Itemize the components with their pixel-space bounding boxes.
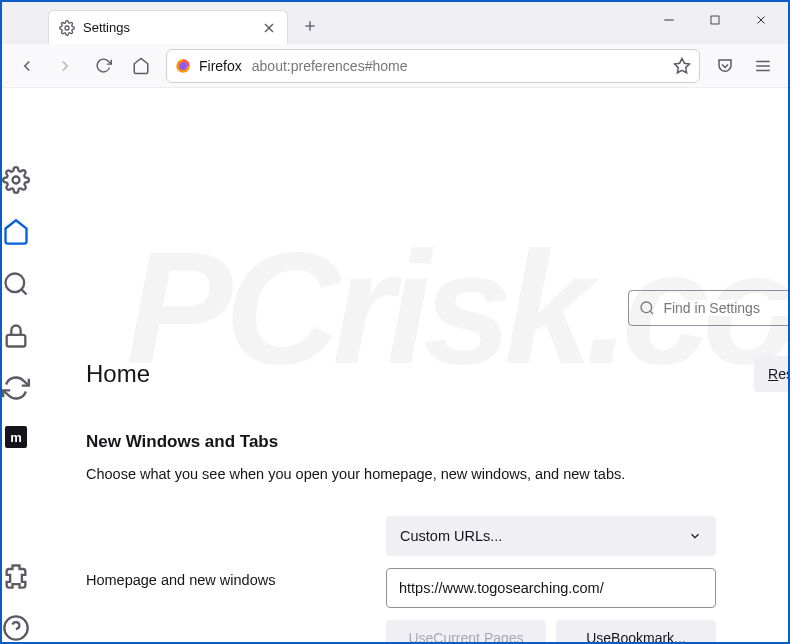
homepage-label: Homepage and new windows <box>86 572 386 588</box>
search-icon <box>639 300 655 316</box>
maximize-button[interactable] <box>692 2 738 38</box>
sidebar-home[interactable] <box>2 218 30 246</box>
close-tab-icon[interactable] <box>261 20 277 36</box>
menu-button[interactable] <box>746 49 780 83</box>
forward-button[interactable] <box>48 49 82 83</box>
svg-line-22 <box>650 311 653 314</box>
page-title: Home <box>86 360 150 388</box>
content-area: m PCrisk.com Home Restore Defaults New W… <box>2 88 788 642</box>
toolbar: Firefox about:preferences#home <box>2 44 788 88</box>
home-button[interactable] <box>124 49 158 83</box>
section-new-windows-desc: Choose what you see when you open your h… <box>86 464 790 484</box>
browser-tab[interactable]: Settings <box>48 10 288 44</box>
close-window-button[interactable] <box>738 2 784 38</box>
sidebar-extensions[interactable] <box>2 562 30 590</box>
homepage-select[interactable]: Custom URLs... <box>386 516 716 556</box>
sidebar-more[interactable]: m <box>5 426 27 448</box>
reload-button[interactable] <box>86 49 120 83</box>
url-text: about:preferences#home <box>252 58 408 74</box>
homepage-select-value: Custom URLs... <box>400 528 502 544</box>
chevron-down-icon <box>688 529 702 543</box>
back-button[interactable] <box>10 49 44 83</box>
sidebar-help[interactable] <box>2 614 30 642</box>
svg-point-10 <box>179 62 187 70</box>
svg-rect-6 <box>711 16 719 24</box>
url-bar[interactable]: Firefox about:preferences#home <box>166 49 700 83</box>
bookmark-star-icon[interactable] <box>673 57 691 75</box>
svg-point-0 <box>65 26 69 30</box>
svg-point-16 <box>6 274 25 293</box>
sidebar-privacy[interactable] <box>2 322 30 350</box>
sidebar: m <box>2 88 30 642</box>
minimize-button[interactable] <box>646 2 692 38</box>
gear-icon <box>59 20 75 36</box>
svg-point-15 <box>13 177 20 184</box>
titlebar: Settings <box>2 2 788 44</box>
sidebar-sync[interactable] <box>2 374 30 402</box>
firefox-icon <box>175 58 191 74</box>
sidebar-general[interactable] <box>2 166 30 194</box>
main-content: PCrisk.com Home Restore Defaults New Win… <box>30 88 790 642</box>
url-context: Firefox <box>199 58 242 74</box>
settings-search[interactable] <box>628 290 790 326</box>
use-bookmark-button[interactable]: Use Bookmark... <box>556 620 716 644</box>
window-controls <box>646 2 784 38</box>
pocket-button[interactable] <box>708 49 742 83</box>
use-current-pages-button[interactable]: Use Current Pages <box>386 620 546 644</box>
sidebar-search[interactable] <box>2 270 30 298</box>
svg-rect-18 <box>7 335 26 347</box>
new-tab-button[interactable] <box>296 12 324 40</box>
restore-defaults-button[interactable]: Restore Defaults <box>754 356 790 392</box>
svg-marker-11 <box>675 58 690 72</box>
homepage-url-input[interactable] <box>386 568 716 608</box>
svg-point-21 <box>641 302 652 313</box>
tab-title: Settings <box>83 20 261 35</box>
section-new-windows-title: New Windows and Tabs <box>86 432 790 452</box>
settings-search-input[interactable] <box>663 300 790 316</box>
svg-line-17 <box>21 289 26 294</box>
